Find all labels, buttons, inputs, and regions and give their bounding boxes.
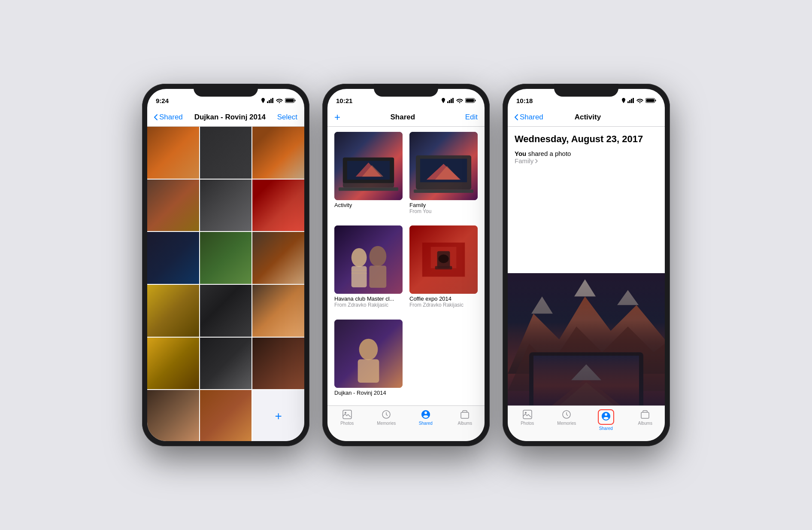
tab-bar-2: Photos Memories Shared Albums xyxy=(327,405,485,441)
tab-albums-2[interactable]: Albums xyxy=(445,409,485,426)
notch-2 xyxy=(374,84,438,97)
albums-grid: Activity xyxy=(327,127,485,405)
edit-button[interactable]: Edit xyxy=(465,113,478,122)
wifi-icon-3 xyxy=(636,98,643,103)
activity-photo[interactable] xyxy=(508,273,665,406)
album-item-family[interactable]: Family From You xyxy=(409,132,478,219)
tab-memories-3[interactable]: Memories xyxy=(547,409,587,426)
svg-rect-27 xyxy=(334,225,403,294)
shared-highlight-box xyxy=(598,409,614,425)
wifi-icon xyxy=(276,98,283,103)
albums-content: Activity xyxy=(327,127,485,405)
notch-1 xyxy=(194,84,258,97)
tab-albums-label-2: Albums xyxy=(458,421,472,426)
photo-cell-9[interactable] xyxy=(252,232,304,284)
photo-cell-17[interactable] xyxy=(200,390,252,441)
svg-rect-9 xyxy=(451,99,452,103)
photo-cell-16[interactable] xyxy=(147,390,199,441)
svg-rect-31 xyxy=(369,266,386,288)
photo-cell-15[interactable] xyxy=(252,338,304,390)
add-album-button[interactable]: + xyxy=(334,112,340,122)
chevron-left-icon-3 xyxy=(515,114,518,120)
photo-cell-13[interactable] xyxy=(147,338,199,390)
tab-albums-3[interactable]: Albums xyxy=(626,409,665,426)
tab-shared-2[interactable]: Shared xyxy=(406,409,445,426)
screen-3: 10:18 Shared Activity Wednesday, xyxy=(508,89,665,441)
photo-cell-2[interactable] xyxy=(200,127,252,179)
album-sub-family: From You xyxy=(409,208,478,214)
svg-rect-2 xyxy=(270,99,272,103)
select-button[interactable]: Select xyxy=(277,113,297,122)
back-button-3[interactable]: Shared xyxy=(515,113,543,122)
albums-scroll[interactable]: Activity xyxy=(327,127,485,405)
tab-shared-3[interactable]: Shared xyxy=(586,409,626,431)
photo-cell-8[interactable] xyxy=(200,232,252,284)
activity-item: You shared a photo Family xyxy=(515,150,658,164)
svg-point-41 xyxy=(359,338,378,360)
album-item-havana[interactable]: Havana club Master cl... From Zdravko Ra… xyxy=(334,225,403,312)
tab-photos-3[interactable]: Photos xyxy=(508,409,547,426)
photo-scroll[interactable]: + 69 Photos From You Photos People xyxy=(147,127,304,441)
photo-cell-7[interactable] xyxy=(147,232,199,284)
add-photo-cell[interactable]: + xyxy=(252,390,304,441)
album-name-dujkan: Dujkan - Rovinj 2014 xyxy=(334,390,403,396)
svg-rect-13 xyxy=(466,99,474,102)
svg-rect-52 xyxy=(655,100,656,101)
tab-memories-label-3: Memories xyxy=(557,421,576,426)
photos-icon-3 xyxy=(522,409,533,420)
nav-title-3: Activity xyxy=(575,113,601,122)
svg-rect-3 xyxy=(272,98,273,103)
photo-cell-10[interactable] xyxy=(147,285,199,337)
album-sub-coffie: From Zdravko Rakijasic xyxy=(409,302,478,308)
back-button-1[interactable]: Shared xyxy=(154,113,183,122)
svg-point-28 xyxy=(351,248,367,267)
album-item-coffie[interactable]: Coffie expo 2014 From Zdravko Rakijasic xyxy=(409,225,478,312)
album-item-dujkan[interactable]: Dujkan - Rovinj 2014 xyxy=(334,320,403,400)
svg-rect-46 xyxy=(461,412,469,418)
photo-cell-5[interactable] xyxy=(200,180,252,231)
wifi-icon-2 xyxy=(456,98,463,103)
svg-rect-68 xyxy=(508,273,665,406)
photo-cell-6[interactable] xyxy=(252,180,304,231)
svg-point-44 xyxy=(345,412,346,414)
activity-you: You xyxy=(515,150,526,157)
photo-cell-12[interactable] xyxy=(252,285,304,337)
activity-description: You shared a photo xyxy=(515,150,658,157)
album-thumb-family xyxy=(409,132,478,200)
svg-point-30 xyxy=(369,246,386,267)
status-icons-1 xyxy=(261,98,296,103)
activity-album-link[interactable]: Family xyxy=(515,157,658,164)
photo-cell-1[interactable] xyxy=(147,127,199,179)
activity-content: Wednesday, August 23, 2017 You shared a … xyxy=(508,127,665,273)
photo-content-1: + 69 Photos From You Photos People xyxy=(147,127,304,441)
activity-date: Wednesday, August 23, 2017 xyxy=(515,134,658,145)
svg-rect-49 xyxy=(631,99,632,103)
battery-icon xyxy=(285,98,296,103)
svg-rect-10 xyxy=(452,98,454,103)
album-thumb-coffie xyxy=(409,225,478,294)
photo-cell-4[interactable] xyxy=(147,180,199,231)
tab-photos-2[interactable]: Photos xyxy=(327,409,367,426)
album-item-activity[interactable]: Activity xyxy=(334,132,403,219)
album-name-havana: Havana club Master cl... xyxy=(334,295,403,302)
svg-rect-6 xyxy=(286,99,294,102)
nav-bar-2: + Shared Edit xyxy=(327,108,485,127)
tab-photos-label-2: Photos xyxy=(340,421,354,426)
status-icons-3 xyxy=(622,98,656,103)
signal-icon xyxy=(267,98,274,103)
photo-cell-11[interactable] xyxy=(200,285,252,337)
tab-memories-2[interactable]: Memories xyxy=(367,409,406,426)
battery-icon-2 xyxy=(465,98,476,103)
svg-rect-12 xyxy=(475,100,476,101)
svg-rect-7 xyxy=(447,101,448,103)
svg-rect-39 xyxy=(435,266,452,270)
phones-container: 9:24 Shared Dujkan - Rovinj 2014 Select xyxy=(142,84,670,446)
tab-shared-label-3: Shared xyxy=(599,426,613,431)
svg-rect-0 xyxy=(267,101,268,103)
signal-icon-2 xyxy=(447,98,454,103)
photo-cell-14[interactable] xyxy=(200,338,252,390)
svg-rect-48 xyxy=(629,100,630,103)
tab-bar-3: Photos Memories Shared Albums xyxy=(508,405,665,441)
photo-cell-3[interactable] xyxy=(252,127,304,179)
photo-grid: + xyxy=(147,127,304,441)
